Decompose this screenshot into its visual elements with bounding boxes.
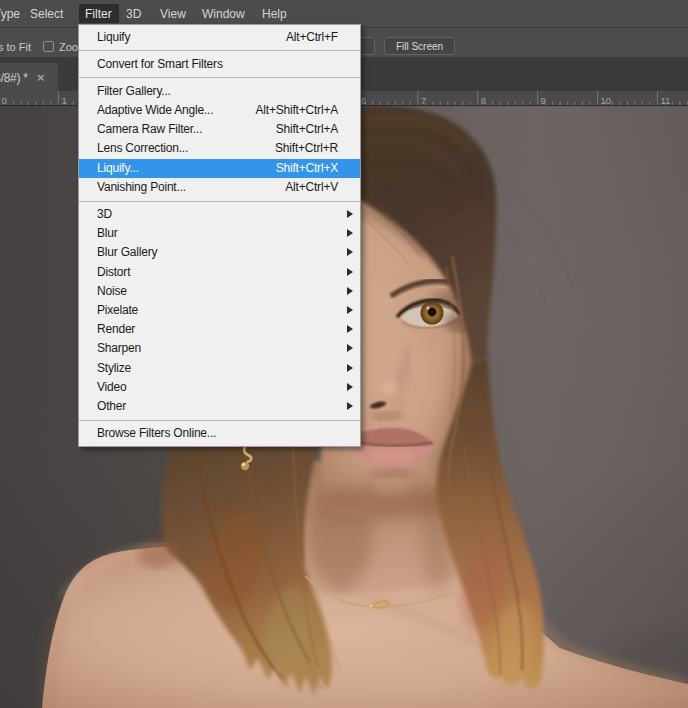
svg-text:10: 10: [601, 95, 612, 106]
